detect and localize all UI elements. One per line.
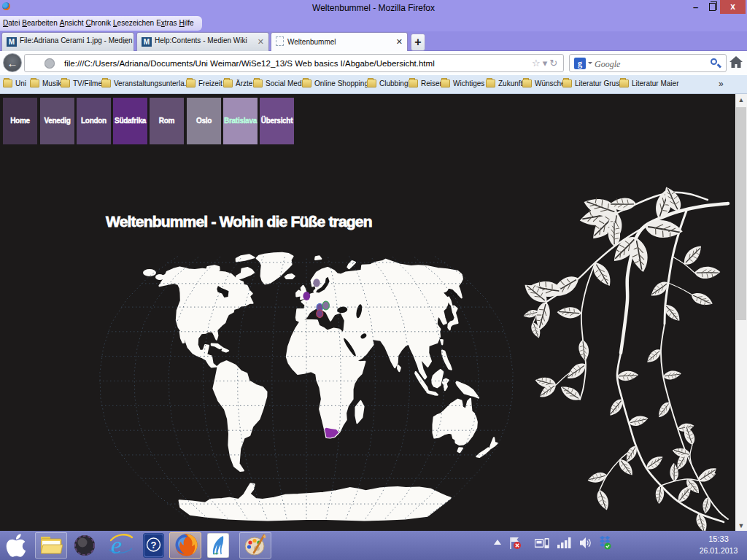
svg-text:?: ?: [151, 540, 157, 551]
